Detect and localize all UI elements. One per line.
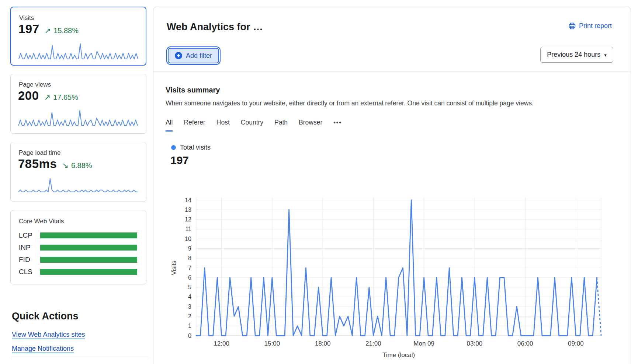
svg-text:Visits: Visits: [170, 260, 177, 275]
svg-text:21:00: 21:00: [365, 340, 381, 347]
chevron-down-icon: ▾: [604, 52, 607, 58]
legend-dot-icon: [171, 145, 176, 150]
svg-text:7: 7: [188, 265, 191, 271]
stat-card-delta: 6.88%: [71, 161, 92, 170]
stat-card-page-load-time[interactable]: Page load time 785ms ↘ 6.88%: [10, 142, 146, 202]
svg-text:8: 8: [188, 255, 191, 261]
tab-host[interactable]: Host: [216, 119, 230, 130]
vital-bar-green: [40, 257, 137, 263]
svg-text:4: 4: [188, 294, 191, 300]
total-visits-value: 197: [170, 154, 189, 167]
svg-text:12:00: 12:00: [214, 340, 229, 347]
vital-label: FID: [19, 256, 40, 264]
stat-card-value: 785ms: [18, 157, 57, 171]
dimension-tabs: All Referer Host Country Path Browser ••…: [166, 119, 342, 132]
page-views-sparkline: [18, 108, 138, 127]
time-range-label: Previous 24 hours: [547, 51, 600, 59]
stat-card-delta: 15.88%: [53, 27, 79, 35]
chart-legend: Total visits: [171, 144, 211, 151]
trend-up-icon: ↗: [45, 26, 51, 35]
vital-label: INP: [19, 244, 40, 252]
page-title: Web Analytics for …: [167, 21, 263, 33]
svg-text:14: 14: [185, 197, 191, 203]
view-web-analytics-sites-link[interactable]: View Web Analytics sites: [12, 331, 85, 339]
web-analytics-dashboard: Visits 197 ↗ 15.88% Page views 200 ↗ 17.…: [0, 0, 638, 364]
print-report-label: Print report: [579, 22, 612, 30]
plus-circle-icon: +: [175, 52, 182, 59]
svg-text:9: 9: [188, 245, 191, 252]
core-web-vitals-card[interactable]: Core Web Vitals LCP INP FID CLS: [10, 210, 146, 284]
manage-notifications-link[interactable]: Manage Notifications: [12, 345, 74, 353]
svg-text:2: 2: [188, 313, 191, 319]
core-web-vitals-title: Core Web Vitals: [19, 218, 64, 225]
svg-text:Mon 09: Mon 09: [413, 340, 434, 347]
svg-text:3: 3: [188, 304, 191, 310]
stat-card-delta: 17.65%: [53, 93, 78, 102]
vital-row-lcp: LCP: [19, 231, 137, 239]
tab-path[interactable]: Path: [274, 119, 288, 130]
svg-text:0: 0: [188, 333, 191, 339]
tab-country[interactable]: Country: [241, 119, 263, 130]
svg-text:15:00: 15:00: [264, 340, 280, 347]
vital-label: CLS: [19, 268, 40, 276]
stat-card-value: 197: [18, 22, 39, 36]
trend-up-icon: ↗: [44, 93, 51, 102]
stat-card-value: 200: [18, 89, 39, 103]
vital-row-cls: CLS: [19, 268, 137, 276]
legend-label: Total visits: [180, 144, 211, 151]
vital-row-inp: INP: [19, 244, 137, 252]
svg-text:5: 5: [188, 284, 191, 290]
svg-text:06:00: 06:00: [517, 340, 533, 347]
tab-all[interactable]: All: [166, 119, 173, 132]
svg-text:Time (local): Time (local): [382, 351, 415, 358]
svg-text:12: 12: [185, 216, 191, 223]
vital-bar-green: [40, 232, 137, 238]
add-filter-label: Add filter: [186, 52, 212, 60]
stat-card-title: Visits: [19, 14, 34, 22]
header-divider: [153, 71, 631, 71]
tab-referer[interactable]: Referer: [184, 119, 205, 130]
vital-bar-green: [40, 245, 137, 251]
printer-icon: [568, 22, 576, 30]
time-range-dropdown[interactable]: Previous 24 hours ▾: [540, 47, 613, 63]
visits-sparkline: [18, 42, 138, 60]
svg-text:13: 13: [185, 207, 191, 213]
tab-browser[interactable]: Browser: [299, 119, 322, 130]
svg-text:10: 10: [185, 236, 191, 242]
add-filter-button[interactable]: + Add filter: [168, 48, 219, 63]
svg-text:09:00: 09:00: [568, 340, 584, 347]
svg-text:6: 6: [188, 274, 191, 281]
svg-text:1: 1: [188, 323, 191, 329]
svg-text:18:00: 18:00: [315, 340, 331, 347]
vital-bar-green: [40, 269, 137, 275]
visits-summary-description: When someone navigates to your website, …: [166, 99, 534, 107]
page-load-sparkline: [18, 176, 138, 195]
trend-down-icon: ↘: [62, 161, 69, 170]
stat-card-page-views[interactable]: Page views 200 ↗ 17.65%: [10, 74, 146, 134]
stat-card-title: Page views: [19, 81, 51, 88]
vital-label: LCP: [19, 231, 40, 239]
print-report-link[interactable]: Print report: [568, 22, 612, 30]
quick-actions-title: Quick Actions: [12, 311, 79, 322]
stat-card-visits[interactable]: Visits 197 ↗ 15.88%: [10, 7, 146, 66]
visits-time-series-chart[interactable]: 0123456789101112131412:0015:0018:0021:00…: [153, 192, 631, 361]
visits-summary-title: Visits summary: [166, 86, 220, 94]
stat-card-title: Page load time: [19, 149, 60, 157]
tab-overflow-ellipsis-icon[interactable]: •••: [333, 119, 342, 130]
svg-text:03:00: 03:00: [467, 340, 483, 347]
vital-row-fid: FID: [19, 256, 137, 264]
svg-text:11: 11: [185, 226, 191, 232]
sidebar-divider: [11, 357, 148, 357]
